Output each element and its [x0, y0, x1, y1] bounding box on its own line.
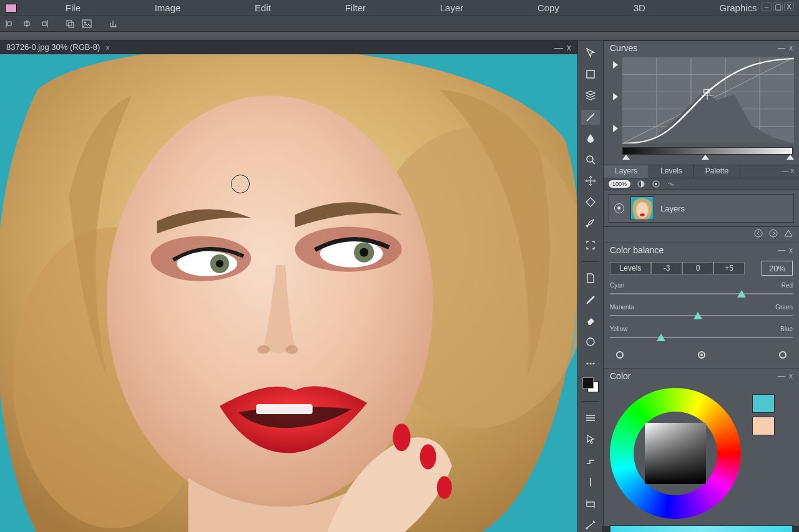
- zoom-tool[interactable]: [581, 152, 600, 167]
- transform-icon[interactable]: [109, 18, 120, 29]
- cb-handle-1-icon[interactable]: [694, 312, 702, 319]
- curves-shadow-marker-icon[interactable]: [622, 155, 630, 160]
- canvas[interactable]: [0, 54, 577, 532]
- align-right-icon[interactable]: [37, 18, 49, 29]
- foreground-color-swatch[interactable]: [5, 4, 17, 12]
- svg-point-29: [586, 527, 588, 529]
- svg-point-14: [216, 260, 223, 268]
- lines-tool[interactable]: [581, 410, 600, 425]
- rectangle-select-tool[interactable]: [581, 67, 600, 82]
- panel-minimize-icon[interactable]: —: [778, 372, 785, 380]
- curves-graph[interactable]: [622, 57, 794, 143]
- close-button[interactable]: X: [784, 2, 794, 11]
- eraser-tool[interactable]: [581, 313, 600, 328]
- foreground-background-swatch[interactable]: [582, 377, 599, 392]
- lock-icon[interactable]: [652, 180, 660, 188]
- color-swatch-1[interactable]: [752, 417, 775, 435]
- curve-output-mid-icon[interactable]: [613, 93, 618, 100]
- panel-minimize-icon[interactable]: —: [782, 167, 788, 174]
- paint-bucket-tool[interactable]: [581, 195, 600, 210]
- align-left-icon[interactable]: [5, 18, 16, 29]
- curves-mid-marker-icon[interactable]: [702, 155, 709, 160]
- fullscreen-tool[interactable]: [581, 238, 600, 253]
- tab-layers[interactable]: Layers: [604, 165, 649, 178]
- curves-input-gradient[interactable]: [622, 147, 793, 155]
- document-tab[interactable]: 83726-0.jpg 30% (RGB-8) x: [6, 42, 109, 52]
- align-center-icon[interactable]: [21, 18, 32, 29]
- move-arrows-tool[interactable]: [581, 173, 600, 188]
- tab-levels[interactable]: Levels: [649, 165, 694, 178]
- brush-tool[interactable]: [581, 110, 600, 125]
- cb-value-1[interactable]: 0: [682, 262, 713, 274]
- cb-radio-highlights[interactable]: [779, 351, 787, 359]
- curve-output-low-icon[interactable]: [613, 125, 618, 132]
- cb-handle-0-icon[interactable]: [737, 290, 746, 297]
- cb-radio-midtones[interactable]: [698, 351, 705, 359]
- layer-opacity-pill[interactable]: 100%: [609, 180, 630, 188]
- panel-close-icon[interactable]: x: [791, 167, 795, 174]
- layer-thumbnail[interactable]: [630, 196, 654, 220]
- layers-footer: [604, 226, 799, 239]
- link-icon[interactable]: [667, 180, 675, 188]
- panel-minimize-icon[interactable]: —: [778, 246, 785, 254]
- cb-value-2[interactable]: +5: [713, 262, 745, 274]
- eyedropper-tool[interactable]: [581, 292, 600, 307]
- image-icon[interactable]: [81, 18, 92, 29]
- curves-panel: Curves —x: [604, 41, 799, 161]
- maximize-button[interactable]: ▢: [773, 2, 783, 11]
- menu-graphics[interactable]: Graphics: [712, 0, 765, 16]
- menu-image[interactable]: Image: [147, 0, 189, 16]
- layers-list: Layers: [604, 190, 799, 226]
- footer-next-icon[interactable]: [769, 229, 778, 238]
- cb-slider-2[interactable]: YellowBlue: [610, 326, 793, 342]
- cb-slider-1[interactable]: ManentaGreen: [610, 304, 793, 321]
- sv-square[interactable]: [645, 423, 706, 484]
- pointer-tool[interactable]: [581, 432, 600, 447]
- hue-bar[interactable]: [610, 525, 793, 532]
- duplicate-icon[interactable]: [65, 18, 76, 29]
- line-tool[interactable]: [581, 474, 600, 489]
- color-wheel[interactable]: [610, 388, 741, 519]
- cb-slider-0[interactable]: CyanRed: [610, 282, 793, 299]
- cb-percent[interactable]: 20%: [762, 261, 793, 276]
- curves-body[interactable]: [604, 55, 799, 161]
- step-tool[interactable]: [581, 453, 600, 468]
- new-file-tool[interactable]: [581, 271, 600, 286]
- menu-filter[interactable]: Filter: [338, 0, 373, 16]
- tab-palette[interactable]: Palette: [694, 165, 740, 178]
- document-tab-close-icon[interactable]: x: [106, 44, 110, 51]
- move-tool[interactable]: [581, 46, 600, 60]
- layer-row[interactable]: Layers: [609, 194, 794, 223]
- crop-tool[interactable]: [581, 496, 600, 511]
- visibility-icon[interactable]: [614, 203, 624, 213]
- contrast-icon[interactable]: [637, 180, 645, 188]
- cb-value-0[interactable]: -3: [651, 262, 682, 274]
- cb-left-2: Yellow: [610, 326, 628, 332]
- panel-close-icon[interactable]: x: [789, 246, 793, 254]
- foreground-swatch[interactable]: [582, 377, 594, 389]
- panel-minimize-icon[interactable]: —: [778, 44, 785, 52]
- pen-tool[interactable]: [581, 216, 600, 231]
- cb-handle-2-icon[interactable]: [657, 334, 665, 341]
- menu-layer[interactable]: Layer: [433, 0, 471, 16]
- document-close-icon[interactable]: x: [567, 42, 571, 52]
- cb-radio-shadows[interactable]: [616, 351, 624, 359]
- vector-edit-tool[interactable]: [581, 517, 600, 532]
- ellipse-tool[interactable]: [581, 334, 600, 349]
- menu-copy[interactable]: Copy: [530, 0, 567, 16]
- document-minimize-icon[interactable]: —: [554, 42, 563, 52]
- minimize-button[interactable]: –: [762, 2, 772, 11]
- color-swatch-0[interactable]: [752, 394, 775, 413]
- menu-file[interactable]: File: [58, 0, 88, 16]
- footer-delete-icon[interactable]: [784, 229, 793, 238]
- panel-close-icon[interactable]: x: [789, 372, 793, 380]
- panel-close-icon[interactable]: x: [789, 44, 793, 52]
- curves-highlight-marker-icon[interactable]: [787, 155, 794, 160]
- menu-edit[interactable]: Edit: [247, 0, 278, 16]
- layers-tool[interactable]: [581, 88, 600, 103]
- blur-tool[interactable]: [581, 131, 600, 146]
- menu-3d[interactable]: 3D: [626, 0, 653, 16]
- curve-output-high-icon[interactable]: [613, 61, 618, 69]
- more-tool[interactable]: [581, 356, 600, 371]
- footer-prev-icon[interactable]: [754, 229, 763, 238]
